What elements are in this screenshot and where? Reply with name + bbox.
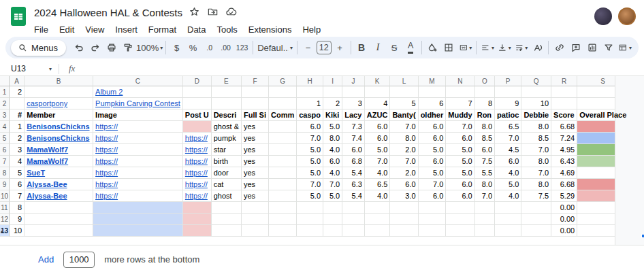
cell-F4[interactable]: yes bbox=[242, 121, 269, 133]
cell-A5[interactable]: 2 bbox=[10, 133, 25, 144]
row-header-9[interactable]: 9 bbox=[0, 179, 10, 190]
cell-J9[interactable]: 6.3 bbox=[342, 179, 365, 190]
cell-C13[interactable] bbox=[93, 225, 183, 237]
cell-A6[interactable]: 3 bbox=[10, 144, 25, 156]
cell-L11[interactable] bbox=[390, 202, 418, 214]
sheet-views-button[interactable]: ▾ bbox=[617, 39, 633, 56]
vertical-align-button[interactable]: ▾ bbox=[496, 39, 513, 56]
cell-P8[interactable]: 4.0 bbox=[495, 167, 521, 179]
increase-font-size-button[interactable]: + bbox=[332, 39, 348, 56]
cell-P5[interactable]: 7.0 bbox=[495, 133, 521, 144]
add-rows-button[interactable]: Add bbox=[38, 254, 54, 265]
cell-M3[interactable]: oldher bbox=[419, 109, 447, 121]
cell-E11[interactable] bbox=[212, 202, 242, 214]
cell-F12[interactable] bbox=[242, 214, 269, 225]
cell-C6[interactable]: https:// bbox=[93, 144, 183, 156]
font-size-input[interactable]: 12 bbox=[317, 41, 332, 54]
zoom-select[interactable]: 100%▾ bbox=[136, 39, 163, 56]
menu-format[interactable]: Format bbox=[143, 23, 182, 36]
cell-F11[interactable] bbox=[242, 202, 269, 214]
cell-K12[interactable] bbox=[365, 214, 391, 225]
undo-button[interactable] bbox=[71, 39, 86, 56]
cell-M2[interactable]: 6 bbox=[419, 98, 447, 109]
cell-B9[interactable]: Alyssa-Bee bbox=[25, 179, 93, 190]
cell-E6[interactable]: star bbox=[212, 144, 242, 156]
cell-N6[interactable]: 5.0 bbox=[446, 144, 474, 156]
cell-J13[interactable] bbox=[342, 225, 365, 237]
cell-P2[interactable]: 9 bbox=[495, 98, 521, 109]
cell-E7[interactable]: birth bbox=[212, 156, 242, 167]
cell-Q6[interactable]: 7.0 bbox=[521, 144, 551, 156]
cell-P12[interactable] bbox=[495, 214, 521, 225]
cell-B8[interactable]: SueT bbox=[25, 167, 93, 179]
decrease-font-size-button[interactable]: − bbox=[300, 39, 316, 56]
insert-comment-button[interactable] bbox=[568, 39, 583, 56]
cell-D3[interactable]: Post U bbox=[183, 109, 212, 121]
cell-P4[interactable]: 6.5 bbox=[495, 121, 521, 133]
cell-R13[interactable]: 0.00 bbox=[551, 225, 577, 237]
cell-E13[interactable] bbox=[212, 225, 242, 237]
text-wrap-button[interactable]: ▾ bbox=[513, 39, 530, 56]
cell-O12[interactable] bbox=[475, 214, 495, 225]
row-header-12[interactable]: 12 bbox=[0, 214, 10, 225]
cell-B1[interactable] bbox=[25, 86, 93, 98]
cell-K13[interactable] bbox=[365, 225, 391, 237]
cell-C5[interactable]: https:// bbox=[93, 133, 183, 144]
cell-P11[interactable] bbox=[495, 202, 521, 214]
cell-B2[interactable]: casportpony bbox=[25, 98, 93, 109]
cell-D9[interactable]: https:// bbox=[183, 179, 212, 190]
cell-D13[interactable] bbox=[183, 225, 212, 237]
cell-G13[interactable] bbox=[269, 225, 297, 237]
cell-H6[interactable]: 5.0 bbox=[297, 144, 323, 156]
cell-C7[interactable]: https:// bbox=[93, 156, 183, 167]
text-rotation-button[interactable] bbox=[530, 39, 545, 56]
cell-H2[interactable]: 1 bbox=[297, 98, 323, 109]
column-header-A[interactable]: A bbox=[10, 76, 25, 86]
cell-K4[interactable]: 6.0 bbox=[365, 121, 391, 133]
column-header-I[interactable]: I bbox=[323, 76, 342, 86]
cell-D12[interactable] bbox=[183, 214, 212, 225]
cell-I13[interactable] bbox=[323, 225, 342, 237]
cell-B3[interactable]: Member bbox=[25, 109, 93, 121]
cell-O11[interactable] bbox=[475, 202, 495, 214]
menu-help[interactable]: Help bbox=[297, 23, 326, 36]
cell-Q2[interactable]: 10 bbox=[521, 98, 551, 109]
cell-M1[interactable] bbox=[419, 86, 447, 98]
cell-I9[interactable]: 7.0 bbox=[323, 179, 342, 190]
borders-button[interactable] bbox=[441, 39, 457, 56]
cell-N2[interactable]: 7 bbox=[446, 98, 474, 109]
column-header-D[interactable]: D bbox=[183, 76, 212, 86]
row-header-11[interactable]: 11 bbox=[0, 202, 10, 214]
column-header-J[interactable]: J bbox=[342, 76, 365, 86]
cell-Q7[interactable]: 8.0 bbox=[521, 156, 551, 167]
cell-Q4[interactable]: 8.0 bbox=[521, 121, 551, 133]
cell-L7[interactable]: 7.0 bbox=[390, 156, 418, 167]
cell-G8[interactable] bbox=[269, 167, 297, 179]
cell-L6[interactable]: 2.0 bbox=[390, 144, 418, 156]
column-header-L[interactable]: L bbox=[390, 76, 418, 86]
cell-Q13[interactable] bbox=[521, 225, 551, 237]
cell-H9[interactable]: 7.0 bbox=[297, 179, 323, 190]
format-currency-button[interactable]: $ bbox=[169, 39, 184, 56]
cell-N1[interactable] bbox=[446, 86, 474, 98]
row-header-3[interactable]: 3 bbox=[0, 109, 10, 121]
cell-K10[interactable]: 4.0 bbox=[365, 190, 391, 202]
cell-J7[interactable]: 6.8 bbox=[342, 156, 365, 167]
cell-I1[interactable] bbox=[323, 86, 342, 98]
cell-Q3[interactable]: Debbie bbox=[521, 109, 551, 121]
formula-input[interactable] bbox=[83, 62, 644, 75]
name-box[interactable]: U13 ▾ bbox=[7, 64, 56, 73]
account-avatar[interactable] bbox=[618, 7, 636, 25]
cell-M5[interactable]: 6.0 bbox=[419, 133, 447, 144]
merge-cells-button[interactable]: ▾ bbox=[457, 39, 474, 56]
text-color-button[interactable]: A bbox=[403, 39, 419, 56]
cloud-saved-icon[interactable] bbox=[225, 6, 238, 18]
menu-edit[interactable]: Edit bbox=[54, 23, 80, 36]
cell-C1[interactable]: Album 2 bbox=[93, 86, 183, 98]
cell-I6[interactable]: 4.0 bbox=[323, 144, 342, 156]
cell-F10[interactable]: yes bbox=[242, 190, 269, 202]
cell-M6[interactable]: 5.0 bbox=[419, 144, 447, 156]
cell-J1[interactable] bbox=[342, 86, 365, 98]
cell-E4[interactable]: ghost & bbox=[212, 121, 242, 133]
cell-H11[interactable] bbox=[297, 202, 323, 214]
